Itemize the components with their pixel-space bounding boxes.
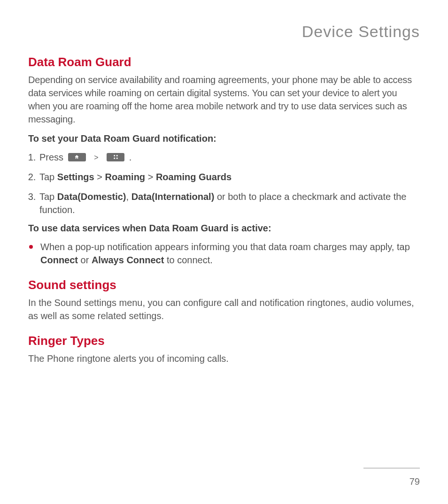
step-3-mid: , xyxy=(126,191,131,202)
step-1: Press > . xyxy=(39,151,420,164)
home-icon xyxy=(68,153,86,161)
page-title: Device Settings xyxy=(28,23,420,41)
step-3: Tap Data(Domestic), Data(International) … xyxy=(39,190,420,216)
bullet-item: When a pop-up notification appears infor… xyxy=(39,240,420,267)
chevron-right-icon: > xyxy=(94,153,98,163)
page-number: 79 xyxy=(409,476,420,487)
body-sound-settings: In the Sound settings menu, you can conf… xyxy=(28,296,420,322)
bullet-post: to connect. xyxy=(164,255,212,265)
bullet-connect: Connect xyxy=(40,255,78,265)
step-2-settings: Settings xyxy=(57,172,94,182)
step-1-pre: Press xyxy=(39,152,63,162)
bullet-pre: When a pop-up notification appears infor… xyxy=(40,242,410,252)
step-2-roaming: Roaming xyxy=(105,172,146,182)
heading-sound-settings: Sound settings xyxy=(28,278,420,292)
step-3-international: Data(International) xyxy=(131,191,215,202)
heading-data-roam-guard: Data Roam Guard xyxy=(28,55,420,69)
step-3-pre: Tap xyxy=(39,191,57,202)
svg-rect-1 xyxy=(116,155,118,157)
bullet-mid: or xyxy=(78,255,92,265)
footer-rule xyxy=(363,468,420,468)
step-2-sep1: > xyxy=(94,172,105,182)
step-3-domestic: Data(Domestic) xyxy=(57,191,126,202)
step-2-sep2: > xyxy=(145,172,156,182)
heading-ringer-types: Ringer Types xyxy=(28,334,420,348)
subheading-use-data-services: To use data services when Data Roam Guar… xyxy=(28,223,420,234)
svg-rect-0 xyxy=(114,155,115,157)
bullet-list: When a pop-up notification appears infor… xyxy=(28,240,420,267)
svg-rect-2 xyxy=(114,158,115,159)
subheading-set-notification: To set your Data Roam Guard notification… xyxy=(28,133,420,144)
steps-list: Press > . Tap Settings > Roaming > Roami… xyxy=(28,151,420,216)
bullet-always-connect: Always Connect xyxy=(92,255,164,265)
apps-icon xyxy=(107,153,124,161)
step-2: Tap Settings > Roaming > Roaming Guards xyxy=(39,170,420,183)
intro-data-roam-guard: Depending on service availability and ro… xyxy=(28,73,420,126)
step-1-post: . xyxy=(129,152,132,162)
body-ringer-types: The Phone ringtone alerts you of incomin… xyxy=(28,352,420,365)
svg-rect-3 xyxy=(116,158,118,159)
step-2-pre: Tap xyxy=(39,172,57,182)
step-2-roaming-guards: Roaming Guards xyxy=(156,172,232,182)
